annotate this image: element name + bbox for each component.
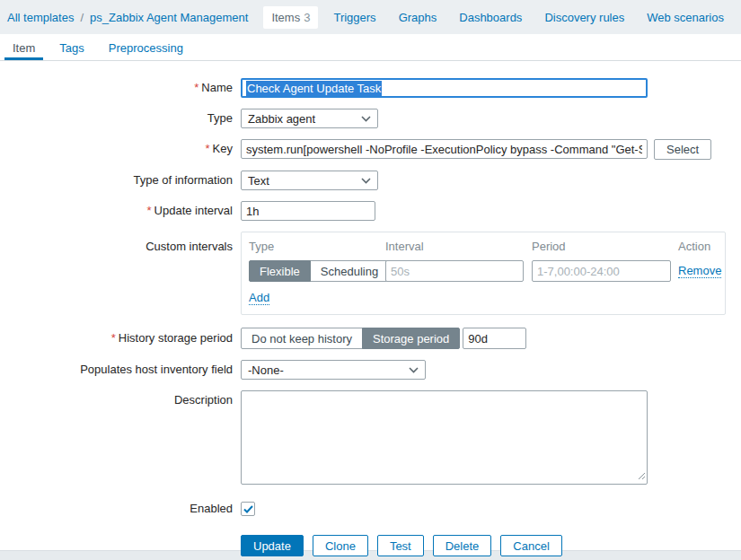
row-name: *Name Check Agent Update Task — [0, 78, 741, 98]
chevron-down-icon — [409, 367, 419, 373]
name-input-selected-text: Check Agent Update Task — [246, 81, 382, 96]
breadcrumb-all-templates[interactable]: All templates — [7, 11, 74, 24]
custom-intervals-label: Custom intervals — [0, 232, 241, 253]
row-description: Description — [0, 390, 741, 485]
storage-period-button[interactable]: Storage period — [362, 328, 460, 349]
tab-item[interactable]: Item — [4, 34, 43, 60]
item-form-panel: Item Tags Preprocessing *Name Check Agen… — [0, 34, 741, 551]
cancel-button[interactable]: Cancel — [500, 535, 561, 556]
name-label: *Name — [0, 78, 241, 98]
name-input[interactable]: Check Agent Update Task — [241, 78, 648, 98]
enabled-checkbox[interactable] — [241, 502, 255, 516]
top-navigation: All templates / ps_Zabbix Agent Manageme… — [0, 0, 741, 34]
form-tabs: Item Tags Preprocessing — [0, 34, 741, 61]
history-storage-period-label: *History storage period — [0, 328, 241, 349]
period-input[interactable] — [532, 260, 671, 282]
chevron-down-icon — [361, 178, 371, 184]
nav-item-web-scenarios[interactable]: Web scenarios — [647, 11, 724, 24]
breadcrumb-template-name[interactable]: ps_Zabbix Agent Management — [90, 11, 248, 24]
nav-item-graphs[interactable]: Graphs — [399, 11, 437, 24]
row-key: *Key Select — [0, 139, 741, 160]
row-type: Type Zabbix agent — [0, 109, 741, 128]
do-not-keep-history-button[interactable]: Do not keep history — [241, 328, 363, 349]
required-marker: * — [111, 331, 116, 345]
remove-interval-link[interactable]: Remove — [678, 264, 721, 278]
delete-button[interactable]: Delete — [433, 535, 492, 556]
required-marker: * — [206, 142, 210, 155]
interval-type-scheduling-button[interactable]: Scheduling — [310, 260, 389, 282]
nav-items-label: Items — [271, 11, 300, 24]
nav-item-discovery-rules[interactable]: Discovery rules — [544, 11, 624, 24]
host-inventory-field-value: -None- — [248, 363, 284, 377]
key-input[interactable] — [241, 139, 648, 159]
interval-type-toggle: Flexible Scheduling — [249, 260, 385, 282]
type-select[interactable]: Zabbix agent — [241, 109, 378, 128]
row-update-interval: *Update interval — [0, 201, 741, 221]
custom-intervals-header-row: Type Interval Period Action — [249, 240, 718, 253]
enabled-label: Enabled — [0, 499, 241, 519]
nav-items-count: 3 — [304, 11, 310, 24]
header-period: Period — [532, 240, 678, 253]
type-of-information-value: Text — [248, 174, 269, 188]
update-button[interactable]: Update — [241, 535, 304, 556]
row-enabled: Enabled — [0, 499, 741, 519]
header-action: Action — [678, 240, 718, 253]
item-form: *Name Check Agent Update Task Type Zabbi… — [0, 61, 741, 556]
nav-item-items-active[interactable]: Items3 — [263, 6, 318, 29]
update-interval-label: *Update interval — [0, 201, 241, 221]
tab-preprocessing[interactable]: Preprocessing — [101, 34, 191, 60]
row-footer-buttons: Update Clone Test Delete Cancel — [0, 535, 741, 556]
history-storage-period-input[interactable] — [463, 328, 526, 349]
nav-links: Triggers Graphs Dashboards Discovery rul… — [333, 11, 724, 24]
key-select-button[interactable]: Select — [654, 139, 711, 160]
type-label: Type — [0, 109, 241, 128]
interval-input[interactable] — [385, 260, 524, 282]
row-custom-intervals: Custom intervals Type Interval Period Ac… — [0, 232, 741, 315]
row-populates-host-inventory-field: Populates host inventory field -None- — [0, 360, 741, 380]
test-button[interactable]: Test — [377, 535, 424, 556]
nav-item-triggers[interactable]: Triggers — [333, 11, 375, 24]
check-icon — [243, 503, 253, 516]
custom-interval-row: Flexible Scheduling Remove — [249, 260, 718, 282]
key-label: *Key — [0, 139, 241, 159]
row-history-storage-period: *History storage period Do not keep hist… — [0, 328, 741, 349]
tab-tags[interactable]: Tags — [51, 34, 92, 60]
populates-host-inventory-field-label: Populates host inventory field — [0, 360, 241, 380]
nav-item-dashboards[interactable]: Dashboards — [459, 11, 522, 24]
add-interval-link[interactable]: Add — [249, 291, 269, 305]
required-marker: * — [146, 204, 151, 217]
update-interval-input[interactable] — [241, 201, 375, 221]
row-type-of-information: Type of information Text — [0, 171, 741, 190]
host-inventory-field-select[interactable]: -None- — [241, 360, 426, 380]
type-select-value: Zabbix agent — [248, 112, 315, 126]
history-mode-toggle: Do not keep history Storage period — [241, 328, 460, 349]
type-of-information-label: Type of information — [0, 171, 241, 190]
type-of-information-select[interactable]: Text — [241, 171, 378, 190]
clone-button[interactable]: Clone — [313, 535, 368, 556]
description-textarea[interactable] — [241, 390, 648, 485]
header-type: Type — [249, 240, 385, 253]
breadcrumb-separator: / — [80, 11, 84, 24]
header-interval: Interval — [385, 240, 532, 253]
interval-type-flexible-button[interactable]: Flexible — [249, 260, 311, 282]
footer-buttons: Update Clone Test Delete Cancel — [241, 535, 562, 556]
required-marker: * — [194, 81, 198, 94]
breadcrumb: All templates / ps_Zabbix Agent Manageme… — [7, 11, 248, 24]
description-label: Description — [0, 390, 241, 407]
chevron-down-icon — [361, 116, 371, 122]
custom-intervals-table: Type Interval Period Action Flexible Sch… — [241, 232, 726, 315]
